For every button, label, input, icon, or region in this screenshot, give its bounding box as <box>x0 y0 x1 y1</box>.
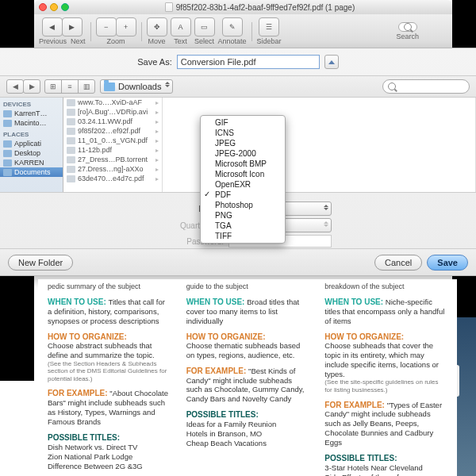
collapse-sheet-button[interactable] <box>324 55 339 69</box>
back-button[interactable]: ◀ <box>6 79 24 94</box>
file-item[interactable]: [ro]A.Bug'…VDRip.avi▸ <box>63 107 162 117</box>
sidebar-device-item[interactable]: KarrenT… <box>0 109 63 118</box>
file-item[interactable]: 11-12b.pdf▸ <box>63 145 162 155</box>
next-button[interactable]: ▶ <box>62 17 83 36</box>
list-view-button[interactable]: ≡ <box>61 79 79 94</box>
search-icon <box>388 83 396 90</box>
column-view-button[interactable]: ▥ <box>78 79 95 94</box>
move-tool-button[interactable]: ✥ <box>147 17 167 36</box>
sidebar-place-item[interactable]: Documents <box>0 167 63 177</box>
sidebar-devices-header: DEVICES <box>0 98 63 109</box>
forward-button[interactable]: ▶ <box>23 79 40 94</box>
format-menu-item[interactable]: Microsoft Icon <box>201 169 285 179</box>
file-column: www.To….XviD-aAF▸[ro]A.Bug'…VDRip.avi▸03… <box>63 98 163 192</box>
window-titlebar: 9f85f202-83b1-4af2-baaf-9ff9ed7ef92f.pdf… <box>34 0 452 14</box>
sidebar-device-item[interactable]: Macinto… <box>0 118 63 128</box>
app-toolbar: ◀▶Previous Next −+Zoom ✥Move AText ▭Sele… <box>34 14 452 49</box>
save-button[interactable]: Save <box>427 255 468 271</box>
save-as-label: Save As: <box>137 57 171 67</box>
folder-icon <box>104 83 115 91</box>
file-item[interactable]: 27_Dress…PB.torrent▸ <box>63 155 162 164</box>
format-menu-item[interactable]: Microsoft BMP <box>201 159 285 169</box>
minimize-window-button[interactable] <box>50 3 58 11</box>
format-menu-item[interactable]: GIF <box>201 117 285 128</box>
select-tool-button[interactable]: ▭ <box>194 17 215 36</box>
location-popup[interactable]: Downloads <box>100 79 173 94</box>
previous-button[interactable]: ◀ <box>42 17 63 36</box>
format-menu-item[interactable]: Photoshop <box>201 200 285 210</box>
format-menu[interactable]: GIFICNSJPEGJPEG-2000Microsoft BMPMicroso… <box>200 115 286 244</box>
format-menu-item[interactable]: TIFF <box>201 231 285 241</box>
file-icon <box>165 2 173 12</box>
format-menu-item[interactable]: PDF <box>201 190 285 200</box>
sidebar-button[interactable]: ☰ <box>259 17 279 36</box>
file-item[interactable]: 27.Dress…ng]-aXXo▸ <box>63 164 162 174</box>
search-icon <box>404 23 412 31</box>
format-menu-item[interactable]: PNG <box>201 210 285 221</box>
document-content: pedic summary of the subjectWHEN TO USE:… <box>38 279 457 476</box>
icon-view-button[interactable]: ⊞ <box>44 79 62 94</box>
format-menu-item[interactable]: OpenEXR <box>201 179 285 190</box>
file-item[interactable]: 9f85f202…ef92f.pdf▸ <box>63 126 162 136</box>
sidebar-place-item[interactable]: Applicati <box>0 139 63 148</box>
format-menu-item[interactable]: TGA <box>201 221 285 231</box>
close-window-button[interactable] <box>39 3 47 11</box>
zoom-in-button[interactable]: + <box>116 17 136 36</box>
save-as-input[interactable]: Conversion File.pdf <box>177 55 320 69</box>
window-title: 9f85f202-83b1-4af2-baaf-9ff9ed7ef92f.pdf… <box>176 3 355 12</box>
finder-sidebar: DEVICES KarrenT…Macinto… PLACES Applicat… <box>0 98 63 192</box>
sidebar-place-item[interactable]: Desktop <box>0 148 63 158</box>
sheet-search-input[interactable] <box>382 79 470 94</box>
toolbar-search-input[interactable] <box>398 22 417 32</box>
zoom-window-button[interactable] <box>61 3 69 11</box>
sidebar-places-header: PLACES <box>0 128 63 139</box>
file-item[interactable]: 11_01_0…s_VGN.pdf▸ <box>63 136 162 145</box>
sidebar-place-item[interactable]: KARREN <box>0 158 63 167</box>
text-tool-button[interactable]: A <box>171 17 191 36</box>
format-menu-item[interactable]: JPEG <box>201 138 285 148</box>
cancel-button[interactable]: Cancel <box>374 255 422 271</box>
annotate-tool-button[interactable]: ✎ <box>222 17 243 36</box>
zoom-out-button[interactable]: − <box>96 17 117 36</box>
save-sheet: Save As: Conversion File.pdf ◀▶ ⊞ ≡ ▥ Do… <box>0 48 476 276</box>
new-folder-button[interactable]: New Folder <box>8 255 73 271</box>
format-menu-item[interactable]: ICNS <box>201 128 285 138</box>
file-item[interactable]: 03.24.11.WW.pdf▸ <box>63 117 162 126</box>
file-item[interactable]: 63de470…e4d7c.pdf▸ <box>63 174 162 183</box>
file-item[interactable]: www.To….XviD-aAF▸ <box>63 98 162 107</box>
format-menu-item[interactable]: JPEG-2000 <box>201 148 285 159</box>
